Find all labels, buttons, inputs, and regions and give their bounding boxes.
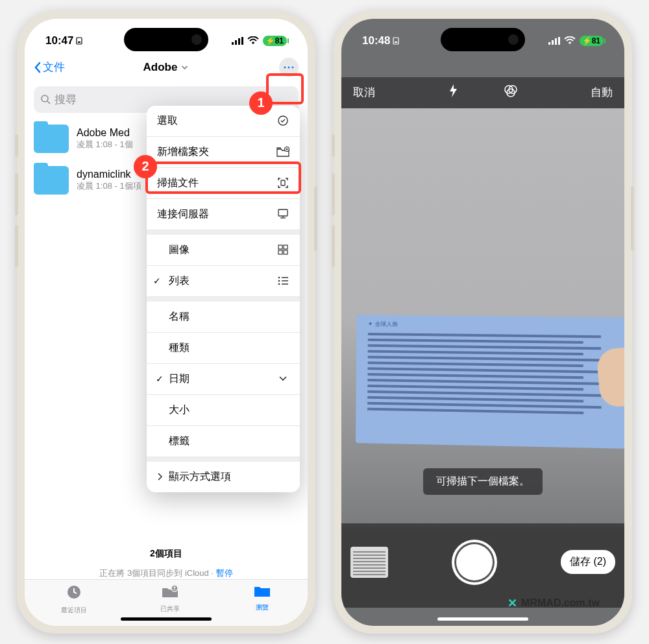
menu-sort-name[interactable]: 名稱 [147, 302, 300, 333]
phone-left: 10:47 ⚡81 文件 Adobe 搜尋 Adobe Med凌晨 1:08 -… [17, 11, 315, 634]
battery-icon: ⚡81 [263, 36, 287, 46]
search-placeholder: 搜尋 [55, 92, 77, 107]
svg-point-30 [173, 586, 175, 588]
svg-point-7 [284, 66, 286, 68]
tab-shared[interactable]: 已共享 [160, 584, 180, 614]
menu-view-list[interactable]: 列表 [147, 266, 300, 297]
scan-icon [276, 177, 289, 189]
wifi-icon [564, 36, 576, 45]
cancel-button[interactable]: 取消 [353, 85, 375, 100]
shared-folder-icon [161, 584, 179, 603]
phone-right: 10:48 ⚡81 取消 自動 ✦ 全球人壽 可掃描下一個檔案。 [334, 11, 632, 634]
back-button[interactable]: 文件 [34, 60, 65, 75]
svg-rect-19 [284, 245, 288, 249]
menu-sort-date[interactable]: 日期 [147, 364, 300, 395]
watermark: ✕ MRMAD.com.tw [508, 596, 600, 610]
svg-point-8 [288, 66, 290, 68]
filter-icon [504, 84, 518, 98]
svg-rect-5 [241, 37, 243, 45]
svg-point-12 [278, 116, 288, 125]
camera-viewport: ✦ 全球人壽 [341, 108, 624, 529]
menu-new-folder[interactable]: 新增檔案夾 [147, 137, 300, 168]
callout-number-1: 1 [249, 91, 273, 115]
context-menu: 選取 新增檔案夾 掃描文件 連接伺服器 圖像 列表 名稱 種類 日期 大小 標籤… [147, 106, 300, 492]
svg-rect-35 [555, 38, 557, 45]
auto-mode-button[interactable]: 自動 [591, 85, 613, 100]
document-preview: ✦ 全球人壽 [356, 315, 624, 448]
svg-rect-34 [552, 40, 554, 45]
flash-icon [448, 84, 458, 98]
menu-connect-server[interactable]: 連接伺服器 [147, 199, 300, 230]
svg-rect-3 [235, 40, 237, 45]
save-button[interactable]: 儲存 (2) [561, 550, 615, 574]
watermark-icon: ✕ [508, 596, 517, 610]
server-icon [276, 208, 289, 220]
svg-rect-15 [278, 209, 288, 216]
signal-icon [548, 37, 560, 45]
svg-rect-31 [393, 38, 398, 44]
filter-button[interactable] [504, 84, 518, 101]
list-footer: 2個項目 正在將 3個項目同步到 iCloud · 暫停 [25, 548, 308, 579]
menu-view-grid[interactable]: 圖像 [147, 235, 300, 266]
home-indicator[interactable] [121, 617, 212, 621]
menu-sort-tag[interactable]: 標籤 [147, 426, 300, 457]
more-menu-button[interactable] [279, 58, 299, 77]
menu-display-options[interactable]: 顯示方式選項 [147, 462, 300, 492]
svg-point-37 [569, 42, 571, 44]
wifi-icon [247, 36, 259, 45]
sync-pause-link[interactable]: 暫停 [216, 568, 233, 578]
svg-rect-0 [77, 38, 82, 44]
svg-line-11 [47, 101, 50, 104]
sync-status: 正在將 3個項目同步到 iCloud · 暫停 [25, 567, 308, 579]
scan-toast: 可掃描下一個檔案。 [423, 468, 543, 495]
svg-rect-1 [78, 42, 80, 43]
folder-icon [253, 584, 271, 602]
svg-point-6 [252, 42, 254, 44]
tab-browse[interactable]: 瀏覽 [253, 584, 271, 612]
svg-rect-33 [548, 42, 550, 45]
home-indicator[interactable] [437, 617, 528, 621]
svg-rect-21 [284, 250, 288, 254]
svg-point-26 [278, 283, 280, 285]
svg-rect-14 [281, 180, 285, 185]
scan-thumbnail[interactable] [350, 547, 388, 578]
menu-select[interactable]: 選取 [147, 106, 300, 137]
grid-icon [276, 244, 289, 255]
svg-rect-20 [278, 250, 282, 254]
menu-scan-document[interactable]: 掃描文件 [147, 168, 300, 199]
svg-rect-32 [395, 42, 397, 43]
svg-point-24 [278, 280, 280, 282]
flash-button[interactable] [448, 84, 458, 101]
svg-point-22 [278, 277, 280, 279]
battery-icon: ⚡81 [580, 36, 604, 46]
clock-icon [66, 584, 82, 604]
signal-icon [232, 37, 243, 45]
folder-icon [34, 166, 69, 195]
nav-title[interactable]: Adobe [143, 61, 190, 74]
screen-files: 10:47 ⚡81 文件 Adobe 搜尋 Adobe Med凌晨 1:08 -… [25, 19, 308, 626]
tab-recent[interactable]: 最近項目 [61, 584, 87, 615]
status-time: 10:47 [45, 34, 82, 47]
folder-icon [34, 125, 69, 153]
folder-plus-icon [276, 147, 289, 157]
menu-sort-size[interactable]: 大小 [147, 395, 300, 426]
shutter-button[interactable] [452, 540, 497, 585]
search-icon [40, 94, 51, 104]
item-count: 2個項目 [25, 548, 308, 560]
scanner-toolbar: 取消 自動 [341, 77, 624, 108]
svg-rect-18 [278, 245, 282, 249]
callout-number-2: 2 [134, 155, 157, 178]
svg-point-9 [292, 66, 294, 68]
screen-scanner: 10:48 ⚡81 取消 自動 ✦ 全球人壽 可掃描下一個檔案。 [341, 19, 624, 626]
menu-sort-kind[interactable]: 種類 [147, 333, 300, 364]
scanner-bottom-bar: 儲存 (2) [341, 523, 624, 608]
svg-rect-36 [558, 37, 560, 45]
chevron-down-icon [276, 376, 289, 382]
svg-rect-2 [232, 42, 234, 45]
select-icon [276, 115, 289, 126]
svg-point-10 [42, 95, 48, 102]
list-icon [276, 276, 289, 285]
svg-rect-4 [238, 38, 240, 45]
status-time: 10:48 [362, 34, 399, 47]
chevron-right-icon [157, 472, 164, 481]
